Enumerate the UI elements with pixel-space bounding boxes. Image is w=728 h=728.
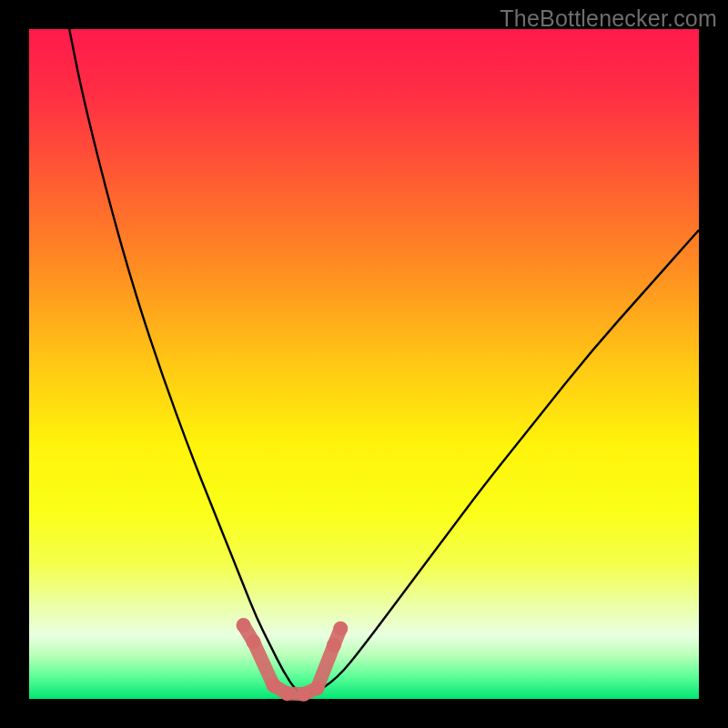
marker-dot (267, 678, 281, 693)
chart-svg (0, 0, 728, 728)
marker-dot (279, 686, 294, 701)
marker-dot (237, 618, 251, 632)
marker-dot (309, 681, 324, 695)
marker-dot (297, 687, 311, 702)
watermark-label: TheBottlenecker.com (500, 5, 717, 32)
plot-background (29, 29, 699, 699)
marker-dot (327, 638, 341, 652)
marker-dot (333, 622, 348, 636)
marker-dot (247, 634, 261, 649)
chart-canvas: TheBottlenecker.com (0, 0, 728, 728)
